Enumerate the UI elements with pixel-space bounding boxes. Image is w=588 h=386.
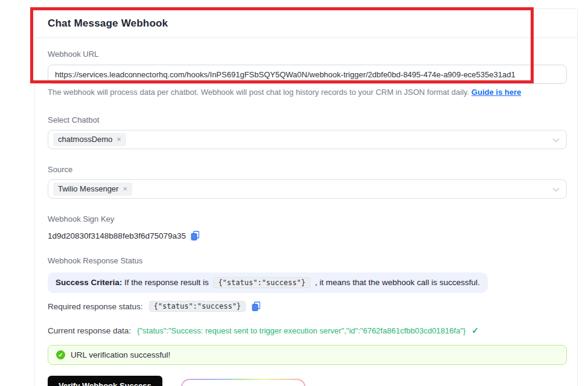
- sign-key-row: 1d9d20830f3148b88feb3f6d75079a35: [48, 231, 567, 240]
- guide-link[interactable]: Guide is here: [471, 88, 521, 97]
- chatbot-tag: chatmossDemo×: [53, 133, 126, 146]
- required-status-label: Required response status:: [48, 302, 143, 311]
- criteria-bold-text: Success Criteria:: [56, 278, 122, 287]
- card-header: Chat Message Webhook: [35, 9, 577, 38]
- select-chatbot-label: Select Chatbot: [48, 115, 567, 124]
- copy-icon[interactable]: [191, 231, 199, 240]
- current-response-value: {"status":"Success: request sent to trig…: [137, 326, 465, 335]
- copy-icon[interactable]: [252, 301, 260, 311]
- verify-webhook-button[interactable]: Verify Webhook Success: [48, 376, 162, 386]
- chatbot-select[interactable]: chatmossDemo×: [48, 130, 567, 149]
- webhook-help-text-body: The webhook will process data per chatbo…: [48, 88, 471, 97]
- card-body: Webhook URL The webhook will process dat…: [35, 50, 577, 386]
- rainbow-border-button[interactable]: [181, 379, 305, 386]
- success-criteria-box: Success Criteria: If the response result…: [48, 272, 488, 293]
- success-check-icon: ✓: [56, 350, 65, 359]
- verification-success-alert: ✓ URL verification successful!: [48, 345, 567, 365]
- chatbot-tag-label: chatmossDemo: [58, 135, 112, 144]
- current-response-row: Current response data: {"status":"Succes…: [48, 326, 567, 335]
- criteria-code-chip: {"status":"success"}: [213, 277, 310, 288]
- sign-key-value: 1d9d20830f3148b88feb3f6d75079a35: [48, 231, 186, 240]
- source-label: Source: [48, 165, 567, 174]
- criteria-pre-text: If the response result is: [122, 278, 211, 287]
- chevron-down-icon: [552, 184, 560, 195]
- webhook-settings-card: Chat Message Webhook Webhook URL The web…: [34, 8, 578, 386]
- webhook-url-label: Webhook URL: [48, 50, 567, 59]
- check-icon: ✓: [471, 326, 479, 335]
- close-icon[interactable]: ×: [117, 135, 121, 144]
- webhook-url-input[interactable]: [48, 65, 567, 84]
- criteria-post-text: , it means that the webhook call is succ…: [313, 278, 480, 287]
- required-status-row: Required response status: {"status":"suc…: [48, 301, 567, 312]
- source-tag: Twilio Messenger×: [53, 182, 132, 196]
- required-status-code-chip: {"status":"success"}: [149, 301, 246, 312]
- webhook-help-text: The webhook will process data per chatbo…: [48, 88, 567, 97]
- source-select[interactable]: Twilio Messenger×: [48, 179, 567, 199]
- response-status-label: Webhook Response Status: [48, 256, 567, 265]
- sign-key-label: Webhook Sign Key: [48, 214, 567, 224]
- chevron-down-icon: [552, 134, 560, 145]
- source-tag-label: Twilio Messenger: [58, 184, 118, 194]
- close-icon[interactable]: ×: [123, 184, 127, 194]
- verification-success-message: URL verification successful!: [71, 350, 170, 359]
- page-title: Chat Message Webhook: [48, 18, 565, 30]
- current-response-label: Current response data:: [48, 326, 131, 335]
